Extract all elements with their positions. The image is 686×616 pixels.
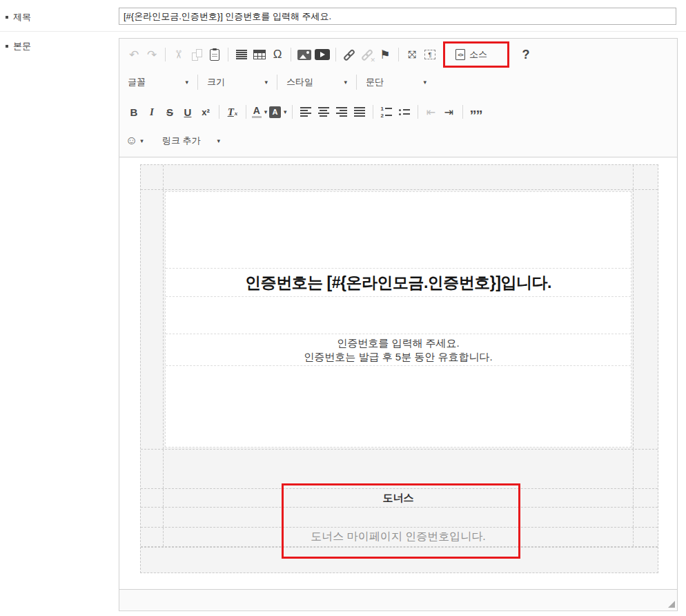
underline-icon[interactable]: U (179, 103, 196, 121)
remove-format-icon[interactable]: Tx (224, 103, 241, 121)
paragraph-format-label: 문단 (366, 76, 384, 88)
chevron-down-icon: ▾ (140, 137, 144, 144)
font-size-label: 크기 (207, 76, 225, 88)
toolbar-separator (197, 75, 198, 90)
align-center-icon[interactable] (315, 103, 332, 121)
table-cell-main (164, 165, 634, 189)
bullet-square-icon (6, 16, 8, 19)
table-row: 도너스 마이페이지 인증번호입니다. (141, 528, 658, 547)
bold-icon[interactable]: B (126, 103, 142, 121)
redo-icon[interactable]: ↷ (144, 46, 160, 64)
source-button[interactable]: <> 소스 (444, 43, 508, 66)
footer-brand-title[interactable]: 도너스 (164, 489, 633, 507)
bg-color-dropdown[interactable]: A ▾ (269, 103, 287, 121)
align-left-icon[interactable] (297, 103, 314, 121)
spacer-row (166, 297, 631, 334)
indent-icon[interactable]: ⇥ (441, 103, 458, 121)
table-cell-right (634, 528, 658, 546)
align-justify-icon[interactable] (351, 103, 368, 121)
paragraph-format-dropdown[interactable]: 문단 ▾ (363, 76, 429, 88)
help-icon[interactable]: ? (518, 46, 534, 64)
chevron-down-icon: ▾ (264, 79, 268, 86)
toolbar-separator (335, 48, 336, 61)
table-cell-left (141, 489, 164, 507)
strikethrough-icon[interactable]: S (161, 103, 178, 121)
email-body-box: 인증번호는 [#{온라인모금.인증번호}]입니다. 인증번호를 입력해 주세요.… (165, 191, 631, 447)
cut-icon[interactable]: ✂ (170, 46, 188, 63)
table-cell-right (634, 165, 658, 189)
email-template-table: 인증번호는 [#{온라인모금.인증번호}]입니다. 인증번호를 입력해 주세요.… (140, 164, 658, 573)
instruction-line-2: 인증번호는 발급 후 5분 동안 유효합니다. (304, 350, 492, 364)
source-code-icon: <> (455, 49, 465, 60)
editor-bottom-bar (119, 589, 677, 610)
bulleted-list-icon[interactable] (396, 103, 413, 121)
table-cell-main (164, 450, 634, 488)
blockquote-icon[interactable]: ”” (468, 103, 484, 121)
table-cell-main: 도너스 (164, 489, 634, 507)
table-row: 인증번호는 [#{온라인모금.인증번호}]입니다. 인증번호를 입력해 주세요.… (141, 190, 658, 450)
rich-text-editor: ↶ ↷ ✂ Ω ✕ ⚑ (119, 38, 678, 611)
chevron-down-icon: ▾ (185, 79, 188, 86)
table-row (141, 450, 658, 489)
table-cell-main (164, 508, 634, 527)
editor-content-area[interactable]: 인증번호는 [#{온라인모금.인증번호}]입니다. 인증번호를 입력해 주세요.… (119, 157, 677, 589)
add-link-label: 링크 추가 (162, 135, 201, 147)
link-icon[interactable] (341, 46, 357, 64)
body-label-text: 본문 (13, 40, 31, 52)
table-cell-left (141, 450, 164, 488)
youtube-icon[interactable] (314, 46, 331, 64)
italic-icon[interactable]: I (144, 103, 160, 121)
table-row (141, 547, 658, 548)
superscript-icon[interactable]: x² (197, 103, 214, 121)
page: 제목 본문 ↶ ↷ ✂ Ω (0, 0, 686, 616)
table-row (141, 508, 658, 528)
spacer-row (166, 366, 631, 447)
table-cell-right (634, 450, 658, 488)
instruction-line-1: 인증번호를 입력해 주세요. (337, 336, 460, 350)
table-icon[interactable] (251, 46, 268, 64)
toolbar-separator (398, 48, 399, 61)
toolbar-separator (418, 105, 418, 119)
title-field-label: 제목 (6, 11, 31, 23)
resize-grip-icon[interactable] (668, 601, 675, 608)
spacer-row (166, 192, 631, 268)
toolbar-separator (356, 75, 357, 90)
ordered-list-icon[interactable]: 1 2 (378, 103, 395, 121)
table-cell-left (141, 165, 164, 189)
paste-icon[interactable] (206, 46, 223, 64)
toolbar-separator (462, 105, 463, 119)
font-size-dropdown[interactable]: 크기 ▾ (204, 76, 271, 88)
anchor-flag-icon[interactable]: ⚑ (377, 46, 393, 64)
footer-description[interactable]: 도너스 마이페이지 인증번호입니다. (164, 528, 633, 546)
toolbar-separator (228, 48, 228, 61)
chevron-down-icon: ▾ (217, 137, 221, 144)
verification-heading[interactable]: 인증번호는 [#{온라인모금.인증번호}]입니다. (166, 268, 631, 297)
toolbar-separator (291, 48, 291, 61)
special-char-icon[interactable]: Ω (269, 46, 286, 64)
toolbar-row-2: 글꼴 ▾ 크기 ▾ 스타일 ▾ 문단 ▾ (125, 68, 672, 97)
undo-icon[interactable]: ↶ (126, 46, 142, 64)
image-icon[interactable] (296, 46, 313, 64)
verification-instructions[interactable]: 인증번호를 입력해 주세요. 인증번호는 발급 후 5분 동안 유효합니다. (166, 334, 631, 366)
maximize-arrow-nw-se: ⤡ (405, 48, 419, 61)
maximize-icon[interactable]: ⤢ ⤡ (404, 46, 420, 64)
font-family-dropdown[interactable]: 글꼴 ▾ (125, 76, 191, 88)
styles-dropdown[interactable]: 스타일 ▾ (284, 76, 350, 88)
horizontal-line-icon[interactable] (233, 46, 250, 64)
toolbar-separator (219, 105, 219, 119)
copy-icon[interactable] (188, 46, 205, 64)
outdent-icon[interactable]: ⇤ (423, 103, 440, 121)
table-cell-right (634, 508, 658, 527)
emoticon-dropdown[interactable]: ☺ ▾ (126, 132, 144, 150)
table-row: 도너스 (141, 489, 658, 508)
form-row-divider (0, 31, 686, 32)
toolbar-separator (277, 75, 277, 90)
chevron-down-icon: ▾ (284, 108, 287, 115)
show-blocks-icon[interactable]: ¶ (422, 46, 438, 64)
align-right-icon[interactable] (333, 103, 350, 121)
text-color-dropdown[interactable]: A ▾ (251, 103, 268, 121)
toolbar-separator (246, 105, 246, 119)
unlink-icon[interactable]: ✕ (359, 46, 375, 64)
add-link-dropdown[interactable]: 링크 추가 ▾ (162, 135, 220, 147)
title-input[interactable] (119, 8, 676, 25)
